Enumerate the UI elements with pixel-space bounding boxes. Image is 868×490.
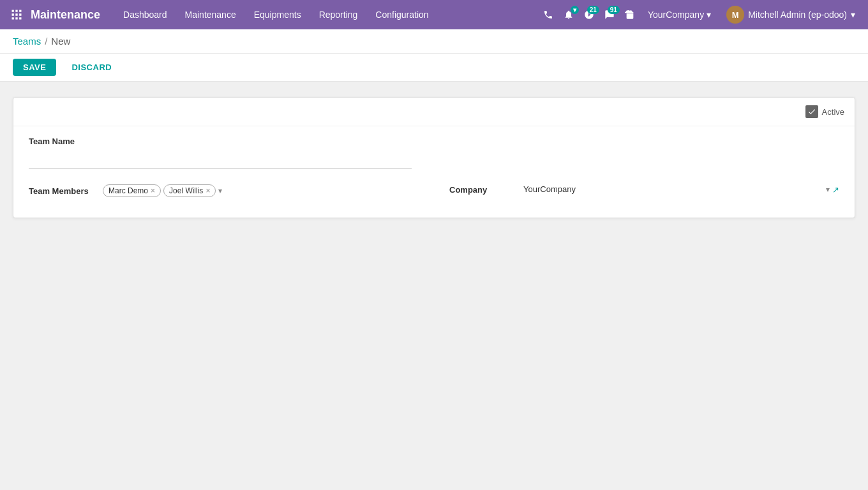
activity-badge: 21 — [587, 6, 599, 14]
nav-dashboard[interactable]: Dashboard — [116, 6, 175, 24]
company-external-link[interactable]: ↗ — [832, 185, 839, 195]
activity-icon[interactable]: 21 — [581, 7, 597, 22]
main-content: Active Team Name Team Members Marc Demo … — [0, 82, 868, 234]
discard-button[interactable]: DISCARD — [61, 59, 122, 76]
team-member-tag-0: Marc Demo × — [103, 184, 161, 197]
user-name: Mitchell Admin (ep-odoo) — [748, 10, 847, 20]
team-name-label: Team Name — [29, 137, 839, 146]
active-label: Active — [822, 107, 844, 117]
breadcrumb-teams-link[interactable]: Teams — [13, 36, 41, 47]
company-name: YourCompany — [648, 10, 704, 20]
team-name-section: Team Name — [29, 137, 839, 169]
apps-icon[interactable] — [8, 6, 26, 24]
bell-icon[interactable]: ▾ — [561, 7, 576, 22]
nav-equipments[interactable]: Equipments — [246, 6, 309, 24]
phone-icon[interactable] — [541, 7, 556, 22]
team-members-label: Team Members — [29, 186, 93, 196]
form-row: Team Members Marc Demo × Joel Willis × ▾ — [29, 184, 839, 197]
action-bar: SAVE DISCARD — [0, 54, 868, 82]
app-title: Maintenance — [31, 8, 100, 22]
active-icon — [805, 105, 818, 118]
team-member-tag-1: Joel Willis × — [163, 184, 216, 197]
team-member-name-1: Joel Willis — [169, 186, 203, 195]
chat-icon[interactable]: 91 — [602, 7, 617, 22]
company-field-value: YourCompany — [523, 184, 823, 195]
bell-badge: ▾ — [571, 6, 579, 14]
gift-icon[interactable] — [622, 7, 638, 22]
team-member-name-0: Marc Demo — [108, 186, 148, 195]
nav-maintenance[interactable]: Maintenance — [177, 6, 244, 24]
nav-configuration[interactable]: Configuration — [368, 6, 436, 24]
user-chevron: ▾ — [851, 10, 855, 20]
chat-badge: 91 — [608, 6, 620, 14]
team-member-remove-1[interactable]: × — [206, 187, 210, 195]
company-selector[interactable]: YourCompany ▾ — [643, 7, 716, 22]
team-member-remove-0[interactable]: × — [151, 187, 155, 195]
team-members-dropdown[interactable]: ▾ — [218, 186, 222, 195]
company-dropdown-arrow[interactable]: ▾ — [826, 185, 830, 194]
team-members-field: Team Members Marc Demo × Joel Willis × ▾ — [29, 184, 419, 197]
form-card-body: Team Name Team Members Marc Demo × Joel … — [13, 126, 855, 218]
breadcrumb: Teams / New — [0, 29, 868, 54]
team-members-value: Marc Demo × Joel Willis × ▾ — [103, 184, 419, 197]
save-button[interactable]: SAVE — [13, 59, 56, 76]
company-chevron: ▾ — [707, 10, 711, 20]
breadcrumb-current: New — [51, 36, 70, 47]
user-avatar: M — [726, 6, 744, 24]
form-card: Active Team Name Team Members Marc Demo … — [13, 97, 855, 218]
user-menu[interactable]: M Mitchell Admin (ep-odoo) ▾ — [721, 3, 860, 26]
form-card-header: Active — [13, 98, 855, 126]
topbar-right: ▾ 21 91 YourCompany ▾ M Mitchell Admin (… — [541, 3, 860, 26]
topbar-nav: Dashboard Maintenance Equipments Reporti… — [116, 6, 535, 24]
breadcrumb-separator: / — [45, 36, 47, 47]
company-value-wrap: YourCompany ▾ ↗ — [523, 184, 839, 195]
topbar: Maintenance Dashboard Maintenance Equipm… — [0, 0, 868, 29]
company-label: Company — [449, 185, 513, 195]
nav-reporting[interactable]: Reporting — [311, 6, 366, 24]
company-field: Company YourCompany ▾ ↗ — [449, 184, 839, 195]
team-name-input[interactable] — [29, 149, 412, 169]
active-toggle[interactable]: Active — [805, 105, 844, 118]
